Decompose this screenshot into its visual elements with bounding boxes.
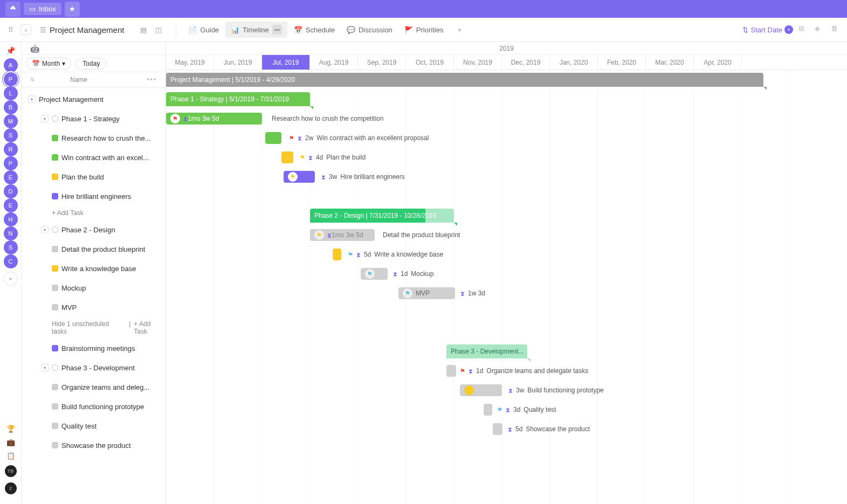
project-bar[interactable]: Project Management | 5/1/2019 - 4/29/202… — [166, 73, 763, 87]
hide-tasks-link[interactable]: Hide 1 unscheduled tasks — [52, 320, 126, 335]
avatar[interactable]: S — [4, 240, 18, 254]
avatar[interactable]: D — [4, 184, 18, 198]
status-square[interactable] — [52, 265, 58, 272]
month-cell[interactable]: Sep, 2019 — [358, 55, 406, 70]
month-cell[interactable]: Feb, 2020 — [598, 55, 646, 70]
avatar[interactable]: A — [4, 58, 18, 72]
add-view-button[interactable]: + — [453, 23, 466, 36]
task-row[interactable]: Research how to crush the... — [22, 128, 166, 148]
tab-priorities[interactable]: 🚩Priorities — [399, 23, 449, 37]
clipboard-icon[interactable]: 📋 — [6, 452, 15, 460]
inbox-button[interactable]: ▭ Inbox — [24, 3, 61, 15]
user-badge[interactable]: TB — [5, 465, 17, 477]
status-square[interactable] — [52, 154, 58, 161]
month-cell[interactable]: Oct, 2019 — [406, 55, 454, 70]
status-square[interactable] — [52, 135, 58, 141]
trophy-icon[interactable]: 🏆 — [6, 425, 15, 433]
status-square[interactable] — [52, 246, 58, 252]
star-button[interactable]: ★ — [65, 2, 80, 17]
month-cell[interactable]: Jan, 2020 — [550, 55, 598, 70]
month-cell[interactable]: Apr, 2020 — [694, 55, 742, 70]
task-bar-hire[interactable]: ⚑ — [284, 171, 315, 183]
avatar[interactable]: N — [4, 226, 18, 240]
month-cell[interactable]: Dec, 2019 — [502, 55, 550, 70]
add-member-button[interactable]: + — [4, 272, 18, 286]
task-bar-organize[interactable] — [446, 365, 456, 377]
task-row[interactable]: Hire brilliant engineers — [22, 187, 166, 206]
status-square[interactable] — [52, 285, 58, 291]
status-square[interactable] — [52, 384, 58, 390]
avatar[interactable]: P — [4, 72, 18, 86]
month-cell[interactable]: Jul, 2019 — [262, 55, 310, 70]
task-bar-qa[interactable] — [484, 404, 492, 416]
task-row[interactable]: Build functioning prototype — [22, 397, 166, 416]
pin-icon[interactable]: 📌 — [6, 46, 15, 55]
avatar[interactable]: M — [4, 114, 18, 128]
tab-discussion[interactable]: 💬Discussion — [341, 23, 398, 37]
avatar[interactable]: S — [4, 128, 18, 142]
scale-selector[interactable]: 📅 Month ▾ — [26, 58, 71, 70]
month-cell[interactable]: May, 2019 — [166, 55, 214, 70]
caret-icon[interactable]: ▾ — [41, 115, 49, 122]
task-bar-mockup[interactable]: ⚑ — [361, 268, 388, 280]
task-bar-research[interactable]: ⚑⧗ 1mo 3w 5d — [166, 113, 262, 125]
tab-timeline[interactable]: 📊Timeline••• — [225, 22, 287, 38]
more-icon[interactable]: ••• — [147, 76, 157, 84]
avatar[interactable]: R — [4, 142, 18, 156]
layers-icon[interactable]: ◈ — [815, 24, 825, 35]
status-square[interactable] — [52, 174, 58, 180]
phase-row[interactable]: ▾Phase 1 - Strategy — [22, 109, 166, 128]
task-row[interactable]: Organize teams and deleg... — [22, 377, 166, 397]
month-cell[interactable]: Mar, 2020 — [646, 55, 694, 70]
avatar[interactable]: C — [4, 254, 18, 268]
task-bar-proto[interactable]: ⚑ — [460, 384, 502, 396]
task-row[interactable]: Showcase the product — [22, 436, 166, 455]
sort-icon[interactable]: ⇅ — [30, 77, 35, 82]
grip-icon[interactable]: ⠿ — [5, 24, 16, 35]
task-row[interactable]: Plan the build — [22, 167, 166, 187]
clear-icon[interactable]: × — [784, 25, 793, 34]
task-bar-detail[interactable]: ⚑⧗ 1mo 3w 5d — [310, 229, 375, 241]
phase-row[interactable]: ▾Phase 2 - Design — [22, 220, 166, 239]
settings-icon[interactable]: ⊞ — [798, 24, 809, 35]
status-square[interactable] — [52, 345, 58, 351]
robot-icon[interactable]: 🤖 — [30, 44, 39, 53]
month-cell[interactable]: Nov, 2019 — [454, 55, 502, 70]
count-badge[interactable]: 2 — [5, 482, 17, 494]
view-board-icon[interactable]: ◫ — [152, 23, 165, 36]
add-task-button[interactable]: + Add Task — [22, 206, 166, 220]
avatar[interactable]: L — [4, 86, 18, 100]
avatar[interactable]: P — [4, 156, 18, 170]
task-row[interactable]: Detail the product blueprint — [22, 239, 166, 259]
phase-row[interactable]: ▾Phase 3 - Development — [22, 358, 166, 377]
caret-icon[interactable]: ▾ — [41, 226, 49, 233]
chevron-right-icon[interactable]: › — [20, 24, 31, 35]
task-row[interactable]: Mockup — [22, 278, 166, 298]
gantt-chart[interactable]: Project Management | 5/1/2019 - 4/29/202… — [166, 70, 847, 504]
avatar[interactable]: B — [4, 100, 18, 114]
task-row[interactable]: Win contract with an excel... — [22, 148, 166, 167]
task-row[interactable]: Write a knowledge base — [22, 259, 166, 278]
task-row[interactable]: MVP — [22, 298, 166, 317]
briefcase-icon[interactable]: 💼 — [6, 438, 15, 446]
task-bar-plan[interactable] — [281, 151, 293, 163]
task-bar-mvp[interactable]: ⚑MVP — [398, 287, 455, 299]
month-cell[interactable]: Jun, 2019 — [214, 55, 262, 70]
app-logo[interactable] — [5, 2, 20, 17]
phase2-bar[interactable]: Phase 2 - Design | 7/31/2019 - 10/28/201… — [310, 209, 454, 223]
status-square[interactable] — [52, 442, 58, 448]
avatar[interactable]: E — [4, 198, 18, 212]
task-bar-show[interactable] — [493, 423, 502, 435]
view-list-icon[interactable]: ▤ — [137, 23, 150, 36]
tab-guide[interactable]: 📄Guide — [183, 23, 224, 37]
status-square[interactable] — [52, 403, 58, 410]
month-cell[interactable]: Aug, 2019 — [310, 55, 358, 70]
avatar[interactable]: H — [4, 212, 18, 226]
avatar[interactable]: E — [4, 170, 18, 184]
task-row[interactable]: Quality test — [22, 416, 166, 436]
caret-icon[interactable]: ▾ — [28, 95, 36, 103]
add-task-button[interactable]: + Add Task — [134, 320, 166, 335]
start-date-filter[interactable]: ⇅ Start Date × — [742, 25, 793, 34]
phase3-bar[interactable]: Phase 3 - Development... — [446, 344, 527, 358]
breadcrumb[interactable]: ☰ Project Management — [36, 25, 128, 34]
